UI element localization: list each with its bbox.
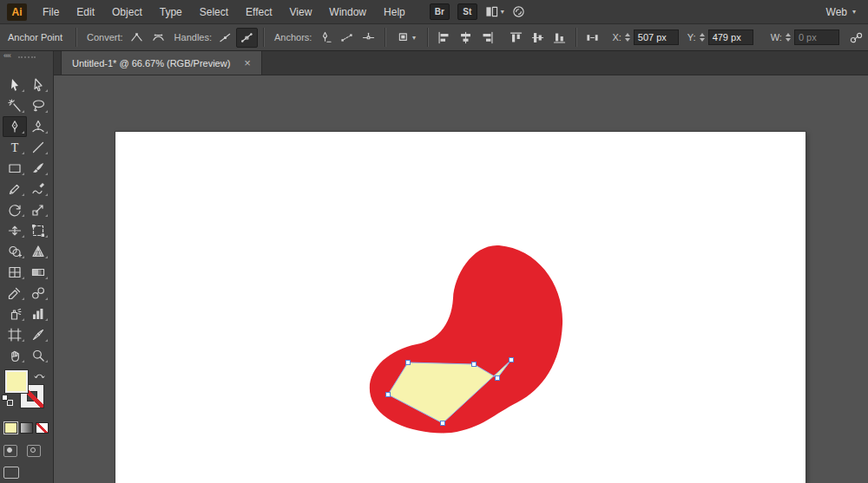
w-stepper[interactable] — [784, 29, 792, 45]
sync-button[interactable] — [512, 5, 525, 18]
none-button[interactable] — [36, 422, 49, 434]
fill-color-swatch[interactable] — [5, 370, 28, 393]
close-tab-icon[interactable]: × — [244, 57, 251, 69]
convert-to-smooth-button[interactable] — [148, 28, 169, 48]
gradient-icon — [31, 265, 45, 279]
separator — [76, 28, 76, 47]
tool-column-graph[interactable] — [27, 304, 51, 324]
tool-mesh[interactable] — [3, 262, 27, 283]
x-field-group: X: 507 px — [603, 29, 678, 45]
tool-pen[interactable] — [3, 116, 27, 137]
menu-item-view[interactable]: View — [281, 0, 321, 24]
color-type-buttons — [4, 422, 49, 434]
distribute-spacing-button[interactable] — [582, 28, 603, 48]
draw-normal-mode-button[interactable] — [3, 445, 17, 457]
panel-grip[interactable] — [18, 56, 36, 58]
align-to-dropdown[interactable]: ▾ — [391, 28, 422, 48]
menu-item-object[interactable]: Object — [103, 0, 151, 24]
tool-lasso[interactable] — [27, 95, 51, 116]
arrange-documents-button[interactable]: ▾ — [485, 5, 504, 18]
align-right-button[interactable] — [477, 28, 498, 48]
tool-shaper[interactable] — [27, 179, 51, 199]
tool-type[interactable]: T — [3, 137, 27, 158]
tool-artboard[interactable] — [3, 324, 27, 345]
anchor-point[interactable] — [510, 358, 514, 362]
gradient-button[interactable] — [20, 422, 33, 434]
align-top-button[interactable] — [505, 28, 527, 48]
anchor-point[interactable] — [441, 421, 445, 426]
swap-fill-stroke-button[interactable] — [34, 369, 45, 379]
stock-button[interactable]: St — [457, 3, 477, 20]
tool-width[interactable] — [3, 220, 27, 241]
align-vertical-center-button[interactable] — [527, 28, 549, 48]
x-input[interactable]: 507 px — [634, 29, 679, 45]
tool-zoom[interactable] — [27, 345, 51, 366]
tool-gradient[interactable] — [27, 262, 51, 283]
tool-free-transform[interactable] — [27, 220, 51, 241]
tool-hand[interactable] — [3, 345, 27, 366]
red-shape[interactable] — [370, 245, 562, 433]
hide-handles-button[interactable] — [214, 28, 236, 48]
menu-item-select[interactable]: Select — [191, 0, 237, 24]
default-fill-stroke-button[interactable] — [2, 395, 13, 406]
remove-anchor-button[interactable] — [314, 28, 336, 48]
y-stepper[interactable] — [698, 29, 707, 45]
tool-symbol-sprayer[interactable] — [3, 304, 27, 324]
constrain-proportions-button[interactable] — [850, 31, 863, 44]
align-horizontal-center-button[interactable] — [455, 28, 477, 48]
tool-shape-builder[interactable] — [3, 241, 27, 262]
anchor-point[interactable] — [386, 393, 391, 397]
remove-anchor-icon — [319, 31, 332, 44]
sync-icon — [512, 5, 525, 18]
illustrator-logo: Ai — [7, 3, 27, 21]
menu-item-window[interactable]: Window — [320, 0, 375, 24]
connect-endpoints-button[interactable] — [336, 28, 358, 48]
tool-eyedropper[interactable] — [3, 283, 27, 304]
cut-path-button[interactable] — [358, 28, 379, 48]
color-button[interactable] — [4, 422, 17, 434]
separator — [385, 28, 385, 47]
tool-grid: T — [0, 62, 53, 366]
convert-to-corner-button[interactable] — [126, 28, 148, 48]
tool-rectangle[interactable] — [3, 158, 27, 179]
workspace-switcher[interactable]: Web ▾ — [826, 6, 856, 18]
anchor-point[interactable] — [472, 362, 477, 367]
tool-direct-selection[interactable] — [27, 75, 51, 95]
anchor-point[interactable] — [406, 361, 411, 365]
smooth-point-icon — [152, 31, 165, 44]
tool-perspective-grid[interactable] — [27, 241, 51, 262]
document-tab[interactable]: Untitled-1* @ 66.67% (RGB/Preview) × — [61, 51, 262, 75]
tool-magic-wand[interactable] — [3, 95, 27, 116]
tool-blend[interactable] — [27, 283, 51, 304]
tool-line-segment[interactable] — [27, 137, 51, 158]
menu-item-edit[interactable]: Edit — [68, 0, 103, 24]
align-left-button[interactable] — [433, 28, 455, 48]
align-bottom-button[interactable] — [549, 28, 570, 48]
tool-selection[interactable] — [3, 75, 27, 95]
pencil-icon — [8, 182, 22, 196]
menu-item-help[interactable]: Help — [375, 0, 414, 24]
tool-slice[interactable] — [27, 324, 51, 345]
y-input[interactable]: 479 px — [708, 29, 753, 45]
curvature-icon — [31, 120, 45, 134]
menu-item-file[interactable]: File — [34, 0, 68, 24]
tool-scale[interactable] — [27, 199, 51, 220]
tool-paintbrush[interactable] — [27, 158, 51, 179]
perspective-grid-icon — [31, 245, 45, 258]
selection-icon — [8, 78, 22, 92]
show-handles-button[interactable] — [236, 28, 258, 48]
tool-rotate[interactable] — [3, 199, 27, 220]
tool-curvature[interactable] — [27, 116, 51, 137]
tool-pencil[interactable] — [3, 179, 27, 199]
x-stepper[interactable] — [623, 29, 632, 45]
menu-item-type[interactable]: Type — [151, 0, 191, 24]
change-screen-mode-button[interactable] — [3, 467, 19, 479]
canvas-area[interactable] — [54, 75, 868, 483]
draw-inside-mode-button[interactable] — [27, 445, 41, 457]
anchor-point[interactable] — [496, 376, 500, 381]
bridge-button[interactable]: Br — [430, 3, 450, 20]
menu-item-effect[interactable]: Effect — [237, 0, 280, 24]
align-vertical-center-icon — [531, 31, 544, 44]
collapse-panel-icon[interactable]: «« — [3, 51, 10, 60]
w-input[interactable]: 0 px — [794, 29, 839, 45]
